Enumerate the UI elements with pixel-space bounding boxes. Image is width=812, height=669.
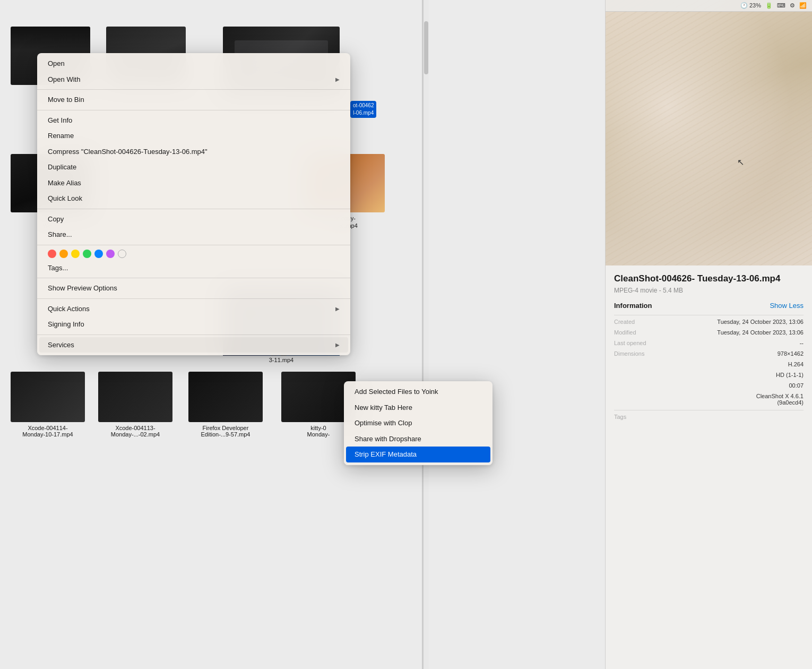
- tag-dot-gray[interactable]: [118, 250, 126, 258]
- modified-value: Tuesday, 24 October 2023, 13:06: [666, 329, 804, 336]
- dimensions-value: 978×1462: [666, 350, 804, 357]
- services-item-strip-exif[interactable]: Strip EXIF Metadata: [346, 447, 490, 462]
- info-row-tags-header: Tags: [614, 414, 804, 420]
- menu-item-tags[interactable]: Tags...: [39, 260, 348, 276]
- info-section: CleanShot-004626- Tuesday-13-06.mp4 MPEG…: [606, 265, 812, 669]
- menu-item-services[interactable]: Services ▶: [39, 337, 348, 353]
- preview-image: ↖: [606, 0, 812, 265]
- tag-dot-orange[interactable]: [59, 250, 68, 258]
- file-meta: MPEG-4 movie - 5.4 MB: [614, 287, 804, 294]
- scrollbar-thumb[interactable]: [424, 21, 428, 74]
- divider-tags: [614, 410, 804, 410]
- created-label: Created: [614, 319, 662, 325]
- tag-dot-red[interactable]: [48, 250, 56, 258]
- menubar: 🕐 23% 🔋 ⌨ ⚙ 📶: [606, 0, 812, 12]
- menu-item-signing-info[interactable]: Signing Info: [39, 316, 348, 332]
- profile-value: HD (1-1-1): [666, 372, 804, 378]
- info-row-codec: H.264: [614, 361, 804, 367]
- separator: [37, 334, 350, 335]
- submenu-arrow: ▶: [335, 305, 340, 313]
- tag-dot-green[interactable]: [83, 250, 91, 258]
- separator: [37, 209, 350, 209]
- info-title: Information: [614, 302, 652, 310]
- info-row-created: Created Tuesday, 24 October 2023, 13:06: [614, 319, 804, 325]
- app-value: CleanShot X 4.6.1(9a0ecd4): [666, 393, 804, 406]
- separator: [37, 110, 350, 110]
- modified-label: Modified: [614, 329, 662, 336]
- services-submenu: Add Selected Files to Yoink New kitty Ta…: [344, 381, 493, 465]
- info-panel: ↖ 🕐 23% 🔋 ⌨ ⚙ 📶 CleanShot-004626- Tuesda…: [605, 0, 812, 669]
- menu-item-move-to-bin[interactable]: Move to Bin: [39, 92, 348, 108]
- info-row-profile: HD (1-1-1): [614, 372, 804, 378]
- services-item-dropshare[interactable]: Share with Dropshare: [346, 431, 490, 447]
- dimensions-label: Dimensions: [614, 350, 662, 357]
- separator: [37, 278, 350, 278]
- thumb-label: Xcode-004114-Monday-10-17.mp4: [11, 425, 85, 438]
- tag-dot-purple[interactable]: [106, 250, 115, 258]
- menu-item-copy[interactable]: Copy: [39, 211, 348, 227]
- info-row-last-opened: Last opened --: [614, 340, 804, 346]
- menu-item-compress[interactable]: Compress "CleanShot-004626-Tuesday-13-06…: [39, 144, 348, 160]
- menu-item-show-preview[interactable]: Show Preview Options: [39, 280, 348, 296]
- cursor: ↖: [737, 158, 739, 160]
- menu-item-get-info[interactable]: Get Info: [39, 113, 348, 128]
- selected-file-label[interactable]: ot-00462 l-06.mp4: [350, 101, 376, 118]
- created-value: Tuesday, 24 October 2023, 13:06: [666, 319, 804, 325]
- tags-section-label: Tags: [614, 414, 662, 420]
- thumb-card[interactable]: [98, 372, 172, 422]
- menu-item-make-alias[interactable]: Make Alias: [39, 175, 348, 191]
- menu-item-open[interactable]: Open: [39, 56, 348, 72]
- last-opened-label: Last opened: [614, 340, 662, 346]
- menu-item-rename[interactable]: Rename: [39, 128, 348, 144]
- scrollbar-track[interactable]: [424, 0, 429, 669]
- menu-item-quick-look[interactable]: Quick Look: [39, 191, 348, 207]
- services-item-clop[interactable]: Optimise with Clop: [346, 415, 490, 431]
- info-header: Information Show Less: [614, 302, 804, 310]
- menu-item-quick-actions[interactable]: Quick Actions ▶: [39, 301, 348, 317]
- tag-dot-yellow[interactable]: [71, 250, 80, 258]
- separator: [37, 298, 350, 299]
- context-menu: Open Open With ▶ Move to Bin Get Info Re…: [37, 53, 350, 355]
- tags-row: [39, 247, 348, 260]
- info-row-dimensions: Dimensions 978×1462: [614, 350, 804, 357]
- menu-item-open-with[interactable]: Open With ▶: [39, 72, 348, 88]
- menu-item-share[interactable]: Share...: [39, 227, 348, 243]
- info-row-modified: Modified Tuesday, 24 October 2023, 13:06: [614, 329, 804, 336]
- file-name: CleanShot-004626- Tuesday-13-06.mp4: [614, 273, 804, 285]
- menu-item-duplicate[interactable]: Duplicate: [39, 159, 348, 175]
- tag-dot-blue[interactable]: [94, 250, 103, 258]
- last-opened-value: --: [666, 340, 804, 346]
- thumb-label: Xcode-004113-Monday-...-02.mp4: [98, 425, 172, 438]
- show-less-button[interactable]: Show Less: [770, 302, 804, 310]
- services-item-yoink[interactable]: Add Selected Files to Yoink: [346, 384, 490, 400]
- separator: [37, 89, 350, 90]
- thumb-card[interactable]: [11, 372, 85, 422]
- submenu-arrow: ▶: [335, 75, 340, 83]
- duration-value: 00:07: [666, 382, 804, 389]
- thumb-card[interactable]: [188, 372, 263, 422]
- separator: [37, 245, 350, 245]
- info-row-duration: 00:07: [614, 382, 804, 389]
- thumb-label: Firefox DeveloperEdition-...9-57.mp4: [188, 425, 263, 438]
- submenu-arrow: ▶: [335, 341, 340, 349]
- codec-value: H.264: [666, 361, 804, 367]
- divider: [614, 315, 804, 315]
- services-item-kitty[interactable]: New kitty Tab Here: [346, 400, 490, 416]
- info-row-app: CleanShot X 4.6.1(9a0ecd4): [614, 393, 804, 406]
